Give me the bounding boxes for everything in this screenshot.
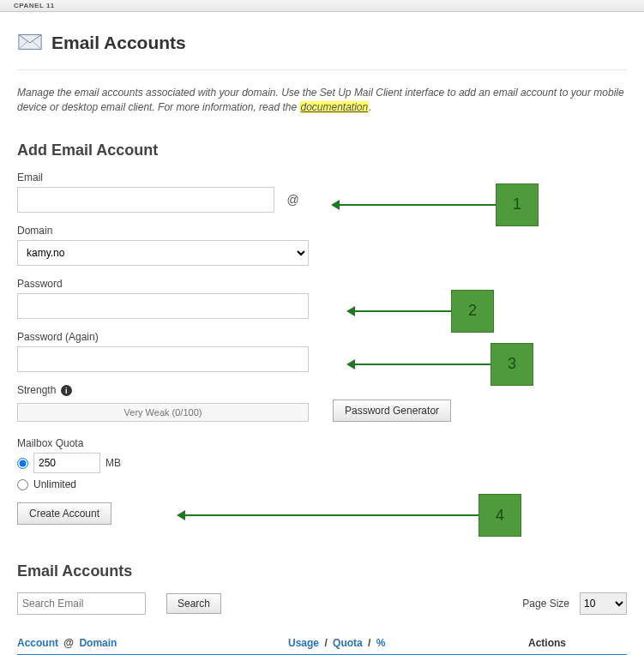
- page-body: Email Accounts Manage the email accounts…: [0, 12, 644, 655]
- documentation-link[interactable]: documentation: [299, 101, 369, 113]
- intro-text: Manage the email accounts associated wit…: [17, 86, 627, 116]
- quota-unlimited-radio[interactable]: [17, 479, 28, 490]
- accounts-table-header: Account @ Domain Usage / Quota / % Actio…: [17, 637, 627, 655]
- annotation-3: 3: [350, 343, 533, 386]
- password-input[interactable]: [17, 293, 309, 319]
- col-account-link[interactable]: Account: [17, 637, 58, 649]
- domain-field-row: Domain kamy.no: [17, 225, 627, 266]
- col-quota-link[interactable]: Quota: [333, 637, 363, 649]
- annotation-number: 1: [496, 183, 539, 226]
- password-field-row: Password 2: [17, 278, 627, 319]
- search-button[interactable]: Search: [166, 593, 221, 614]
- quota-field-row: Mailbox Quota MB Unlimited: [17, 437, 627, 490]
- email-field-row: Email @ 1: [17, 171, 627, 213]
- add-account-heading: Add Email Account: [17, 141, 627, 159]
- strength-label-text: Strength: [17, 384, 56, 396]
- strength-meter: Very Weak (0/100): [17, 403, 309, 422]
- col-actions: Actions: [528, 637, 627, 649]
- password-label: Password: [17, 278, 627, 290]
- password-again-input[interactable]: [17, 346, 309, 372]
- password-again-label: Password (Again): [17, 331, 627, 343]
- annotation-1: 1: [334, 183, 539, 226]
- at-sign: @: [286, 193, 298, 207]
- strength-label: Strength i: [17, 384, 627, 397]
- accounts-heading: Email Accounts: [17, 562, 627, 580]
- brand-text: CPANEL 11: [14, 2, 55, 9]
- arrow-icon: [334, 204, 496, 206]
- domain-label: Domain: [17, 225, 627, 237]
- envelope-icon: [17, 29, 43, 57]
- quota-unlimited-label: Unlimited: [33, 478, 76, 490]
- email-input[interactable]: [17, 187, 274, 213]
- quota-size-input[interactable]: [33, 453, 100, 473]
- create-button-row: Create Account 4: [17, 502, 627, 525]
- search-email-input[interactable]: [17, 592, 146, 615]
- col-sep-1: /: [324, 637, 327, 649]
- annotation-number: 3: [491, 343, 533, 386]
- password-again-field-row: Password (Again) 3: [17, 331, 627, 372]
- col-at: @: [63, 637, 74, 649]
- arrow-icon: [180, 514, 478, 516]
- info-icon[interactable]: i: [61, 385, 72, 396]
- col-pct-link[interactable]: %: [376, 637, 386, 649]
- col-usage-link[interactable]: Usage: [288, 637, 319, 649]
- annotation-number: 2: [451, 290, 494, 333]
- top-bar: CPANEL 11: [0, 0, 644, 12]
- quota-size-radio[interactable]: [17, 458, 28, 469]
- annotation-number: 4: [478, 494, 521, 537]
- col-domain-link[interactable]: Domain: [79, 637, 117, 649]
- accounts-section: Email Accounts Search Page Size 10 Accou…: [17, 562, 627, 655]
- create-account-button[interactable]: Create Account: [17, 502, 111, 525]
- arrow-icon: [350, 310, 451, 312]
- arrow-icon: [350, 364, 491, 365]
- email-label: Email: [17, 171, 627, 183]
- quota-label: Mailbox Quota: [17, 437, 627, 449]
- search-row: Search Page Size 10: [17, 592, 627, 615]
- page-size-select[interactable]: 10: [580, 592, 627, 615]
- strength-field-row: Strength i Very Weak (0/100) Password Ge…: [17, 384, 627, 423]
- page-header: Email Accounts: [17, 29, 627, 70]
- annotation-2: 2: [350, 290, 494, 333]
- password-generator-button[interactable]: Password Generator: [333, 400, 451, 422]
- col-sep-2: /: [368, 637, 370, 649]
- intro-text-b: .: [369, 101, 371, 113]
- page-title: Email Accounts: [51, 33, 186, 53]
- quota-unit: MB: [105, 457, 121, 469]
- domain-select[interactable]: kamy.no: [17, 240, 309, 266]
- page-size-label: Page Size: [522, 598, 569, 610]
- annotation-4: 4: [180, 494, 521, 537]
